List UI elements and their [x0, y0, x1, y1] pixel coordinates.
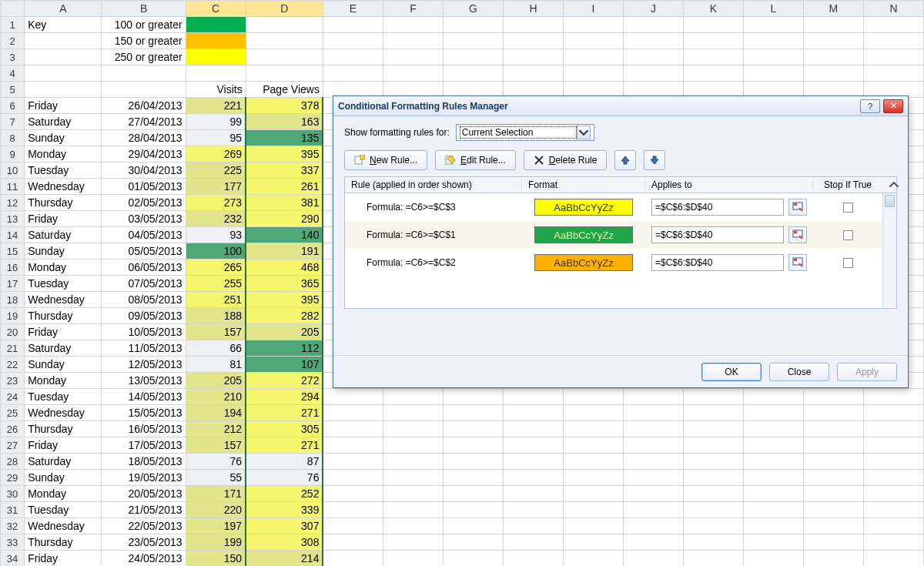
- cell-A10[interactable]: Tuesday: [25, 162, 102, 179]
- cell-D3[interactable]: [246, 49, 323, 65]
- cell-B19[interactable]: 09/05/2013: [102, 308, 186, 324]
- cell-D15[interactable]: 191: [246, 243, 323, 260]
- cell-A3[interactable]: [25, 49, 102, 65]
- rules-list[interactable]: Formula: =C6>=$C$3AaBbCcYyZzFormula: =C6…: [344, 193, 897, 309]
- row-header-15[interactable]: 15: [1, 243, 25, 260]
- applies-to-input[interactable]: [651, 199, 784, 216]
- cell-I32[interactable]: [563, 518, 623, 534]
- cell-B21[interactable]: 11/05/2013: [102, 340, 186, 357]
- cell-L27[interactable]: [743, 437, 803, 454]
- cell-D30[interactable]: 252: [246, 486, 323, 502]
- cell-J27[interactable]: [623, 437, 683, 454]
- cell-K4[interactable]: [683, 65, 743, 82]
- row-header-34[interactable]: 34: [1, 551, 25, 567]
- cell-H3[interactable]: [503, 49, 563, 65]
- cell-G1[interactable]: [443, 17, 503, 33]
- cell-D21[interactable]: 112: [246, 340, 323, 357]
- cell-B33[interactable]: 23/05/2013: [102, 534, 186, 551]
- row-header-26[interactable]: 26: [1, 421, 25, 437]
- cell-L28[interactable]: [743, 454, 803, 470]
- cell-F30[interactable]: [383, 486, 443, 502]
- select-all-corner[interactable]: [1, 1, 25, 17]
- cell-H34[interactable]: [503, 551, 563, 567]
- cell-K24[interactable]: [683, 389, 743, 405]
- cell-J32[interactable]: [623, 518, 683, 534]
- cell-A30[interactable]: Monday: [25, 486, 102, 502]
- cell-H28[interactable]: [503, 454, 563, 470]
- col-header-C[interactable]: C: [186, 1, 246, 17]
- dialog-titlebar[interactable]: Conditional Formatting Rules Manager ? ✕: [333, 96, 908, 116]
- cell-D14[interactable]: 140: [246, 227, 323, 243]
- cell-D23[interactable]: 272: [246, 373, 323, 389]
- row-header-28[interactable]: 28: [1, 454, 25, 470]
- cell-A17[interactable]: Tuesday: [25, 276, 102, 292]
- cell-N31[interactable]: [863, 502, 923, 518]
- rule-row[interactable]: Formula: =C6>=$C$2AaBbCcYyZz: [345, 249, 896, 276]
- cell-B29[interactable]: 19/05/2013: [102, 470, 186, 486]
- cell-B12[interactable]: 02/05/2013: [102, 195, 186, 211]
- row-header-1[interactable]: 1: [1, 17, 25, 33]
- cell-K26[interactable]: [683, 421, 743, 437]
- cell-L25[interactable]: [743, 405, 803, 421]
- cell-C9[interactable]: 269: [186, 146, 246, 162]
- cell-D9[interactable]: 395: [246, 146, 323, 162]
- cell-B20[interactable]: 10/05/2013: [102, 324, 186, 340]
- cell-J4[interactable]: [623, 65, 683, 82]
- cell-A15[interactable]: Sunday: [25, 243, 102, 260]
- cell-M32[interactable]: [803, 518, 863, 534]
- cell-C13[interactable]: 232: [186, 211, 246, 227]
- cell-M31[interactable]: [803, 502, 863, 518]
- cell-K25[interactable]: [683, 405, 743, 421]
- row-header-8[interactable]: 8: [1, 130, 25, 146]
- cell-D20[interactable]: 205: [246, 324, 323, 340]
- cell-A31[interactable]: Tuesday: [25, 502, 102, 518]
- cell-E2[interactable]: [323, 33, 383, 49]
- col-header-K[interactable]: K: [683, 1, 743, 17]
- row-header-6[interactable]: 6: [1, 98, 25, 114]
- cell-M25[interactable]: [803, 405, 863, 421]
- cell-L34[interactable]: [743, 551, 803, 567]
- col-header-B[interactable]: B: [102, 1, 186, 17]
- row-header-12[interactable]: 12: [1, 195, 25, 211]
- row-header-33[interactable]: 33: [1, 534, 25, 551]
- cell-B1[interactable]: 100 or greater: [102, 17, 186, 33]
- cell-G24[interactable]: [443, 389, 503, 405]
- cell-B18[interactable]: 08/05/2013: [102, 292, 186, 308]
- cell-C27[interactable]: 157: [186, 437, 246, 454]
- col-header-I[interactable]: I: [563, 1, 623, 17]
- cell-G4[interactable]: [443, 65, 503, 82]
- close-icon[interactable]: ✕: [883, 99, 903, 113]
- row-header-11[interactable]: 11: [1, 179, 25, 195]
- row-header-17[interactable]: 17: [1, 276, 25, 292]
- cell-C16[interactable]: 265: [186, 260, 246, 276]
- cell-H4[interactable]: [503, 65, 563, 82]
- cell-E25[interactable]: [323, 405, 383, 421]
- row-header-14[interactable]: 14: [1, 227, 25, 243]
- cell-E28[interactable]: [323, 454, 383, 470]
- col-header-F[interactable]: F: [383, 1, 443, 17]
- cell-B6[interactable]: 26/04/2013: [102, 98, 186, 114]
- cell-L29[interactable]: [743, 470, 803, 486]
- cell-A6[interactable]: Friday: [25, 98, 102, 114]
- cell-A27[interactable]: Friday: [25, 437, 102, 454]
- cell-D16[interactable]: 468: [246, 260, 323, 276]
- cell-K27[interactable]: [683, 437, 743, 454]
- cell-D22[interactable]: 107: [246, 357, 323, 373]
- cell-D27[interactable]: 271: [246, 437, 323, 454]
- col-header-A[interactable]: A: [25, 1, 102, 17]
- cell-C19[interactable]: 188: [186, 308, 246, 324]
- col-header-L[interactable]: L: [743, 1, 803, 17]
- cell-F25[interactable]: [383, 405, 443, 421]
- row-header-24[interactable]: 24: [1, 389, 25, 405]
- cell-A19[interactable]: Thursday: [25, 308, 102, 324]
- row-header-18[interactable]: 18: [1, 292, 25, 308]
- col-header-M[interactable]: M: [803, 1, 863, 17]
- cell-N34[interactable]: [863, 551, 923, 567]
- row-header-16[interactable]: 16: [1, 260, 25, 276]
- applies-to-input[interactable]: [651, 226, 784, 243]
- col-header-G[interactable]: G: [443, 1, 503, 17]
- cell-M28[interactable]: [803, 454, 863, 470]
- cell-C34[interactable]: 150: [186, 551, 246, 567]
- cell-A11[interactable]: Wednesday: [25, 179, 102, 195]
- cell-A9[interactable]: Monday: [25, 146, 102, 162]
